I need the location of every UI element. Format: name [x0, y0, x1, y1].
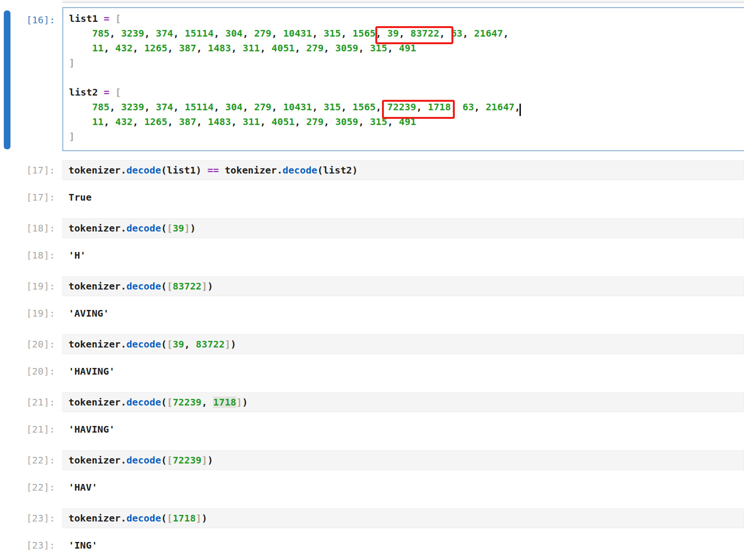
code-token: ,: [294, 116, 300, 127]
code-token: decode: [127, 338, 161, 350]
code-token: 491: [399, 42, 416, 54]
code-token: .: [120, 280, 126, 292]
code-token: ,: [173, 101, 179, 113]
code-token: (: [161, 164, 167, 176]
code-token: 39: [173, 222, 184, 234]
cell-input-row: [23]:tokenizer.decode([1718]): [0, 508, 744, 528]
code-token: ,: [341, 101, 347, 113]
code-token: [: [167, 280, 173, 292]
code-token: ,: [214, 101, 219, 113]
output-prompt: [17]:: [0, 191, 62, 204]
code-token: list1: [69, 13, 98, 24]
previous-cell-edge: [62, 0, 744, 3]
code-token: [364, 42, 370, 54]
code-token: 315: [323, 101, 341, 113]
code-token: ]: [225, 338, 230, 350]
cell-input-editor[interactable]: tokenizer.decode(list1) == tokenizer.dec…: [62, 160, 744, 180]
code-token: .: [277, 164, 283, 176]
code-token: [329, 116, 335, 127]
code-token: .: [120, 338, 126, 350]
code-token: 3239: [121, 28, 144, 39]
code-token: decode: [127, 280, 161, 292]
code-token: [277, 101, 283, 113]
code-token: ,: [462, 28, 468, 39]
code-token: 72239: [387, 101, 416, 113]
notebook-canvas: [16]: list1 = [ 785, 3239, 374, 15114, 3…: [0, 0, 744, 560]
cell-input-editor[interactable]: tokenizer.decode([1718]): [62, 508, 744, 528]
text-cursor: [519, 104, 521, 116]
code-token: 315: [323, 28, 341, 39]
code-token: tokenizer: [69, 280, 120, 292]
code-token: (: [161, 512, 167, 524]
code-token: 1265: [144, 116, 167, 127]
code-token: [382, 101, 387, 113]
cell-input-editor[interactable]: tokenizer.decode([83722]): [62, 276, 744, 296]
code-token: [: [167, 454, 173, 466]
code-token: [190, 338, 196, 350]
cell-input-editor[interactable]: tokenizer.decode([39]): [62, 218, 744, 238]
code-token: 1565: [352, 28, 376, 39]
code-token: 387: [179, 116, 196, 127]
code-token: .: [120, 512, 126, 524]
code-token: (: [317, 164, 323, 176]
code-token: [422, 101, 428, 113]
code-token: [202, 116, 208, 127]
code-token: 315: [370, 116, 387, 127]
notebook-cell: [22]:tokenizer.decode([72239])[22]:'HAV': [0, 450, 744, 494]
code-token: 304: [225, 28, 242, 39]
code-token: 3239: [121, 101, 144, 113]
active-code-cell-editor[interactable]: list1 = [ 785, 3239, 374, 15114, 304, 27…: [62, 7, 744, 151]
code-token: [173, 116, 179, 127]
active-cell-collapser[interactable]: [4, 10, 10, 149]
code-token: [173, 42, 179, 54]
cell-output-row: [23]:'ING': [0, 539, 744, 552]
input-prompt: [22]:: [0, 450, 62, 470]
code-token: [: [167, 512, 173, 524]
code-line: tokenizer.decode([72239]): [69, 454, 744, 467]
cell-output-text: 'HAVING': [62, 365, 744, 378]
output-prompt: [19]:: [0, 307, 62, 320]
code-token: ,: [133, 42, 138, 54]
code-token: 311: [243, 116, 260, 127]
cell-input-editor[interactable]: tokenizer.decode([39, 83722]): [62, 334, 744, 354]
code-token: list2: [69, 87, 98, 98]
code-token: [445, 28, 451, 39]
cell-output-text: 'H': [62, 249, 744, 262]
code-token: 279: [254, 101, 271, 113]
code-token: [219, 28, 225, 39]
code-token: ]: [69, 131, 75, 142]
code-token: [109, 87, 115, 98]
code-line: tokenizer.decode(list1) == tokenizer.dec…: [69, 164, 744, 177]
code-token: 39: [173, 338, 184, 350]
output-prompt: [21]:: [0, 423, 62, 436]
code-line: tokenizer.decode([72239, 1718]): [69, 396, 744, 409]
input-prompt: [17]:: [0, 160, 62, 180]
code-token: ,: [167, 116, 173, 127]
code-token: (: [161, 454, 167, 466]
code-token: ,: [294, 42, 300, 54]
code-line: list1 = [: [69, 13, 744, 28]
cell-input-editor[interactable]: tokenizer.decode([72239, 1718]): [62, 392, 744, 412]
code-token: tokenizer: [69, 164, 120, 176]
cell-output-text: 'ING': [62, 539, 744, 552]
code-token: 1483: [208, 116, 231, 127]
code-token: decode: [127, 454, 161, 466]
cell-output-row: [20]:'HAVING': [0, 365, 744, 378]
code-token: 387: [179, 42, 196, 54]
code-token: ): [196, 164, 202, 176]
code-token: 10431: [283, 28, 312, 39]
code-token: ,: [243, 101, 248, 113]
code-token: 11: [92, 116, 104, 127]
code-token: ,: [104, 116, 109, 127]
code-token: [138, 42, 144, 54]
code-token: ,: [109, 101, 115, 113]
code-token: [150, 28, 156, 39]
code-token: 1718: [213, 396, 236, 408]
cell-output-row: [18]:'H': [0, 249, 744, 262]
code-token: ,: [109, 28, 115, 39]
cell-input-editor[interactable]: tokenizer.decode([72239]): [62, 450, 744, 470]
code-token: [266, 116, 272, 127]
code-token: ,: [451, 101, 457, 113]
code-token: ,: [272, 28, 277, 39]
code-token: (: [161, 222, 167, 234]
